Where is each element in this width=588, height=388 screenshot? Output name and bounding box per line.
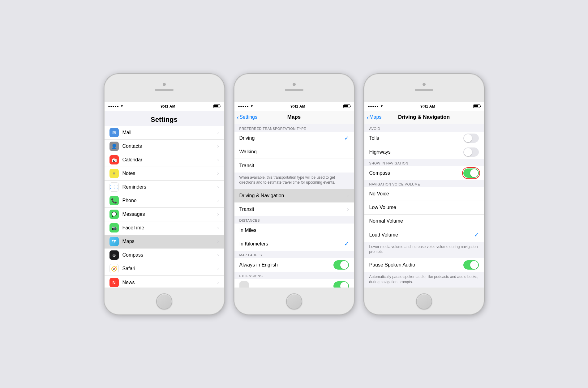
dnav-list[interactable]: AVOID Tolls Highways <box>364 124 484 288</box>
dnav-back-button[interactable]: ‹ Maps <box>367 114 382 120</box>
driving-check: ✓ <box>344 135 349 142</box>
status-left-1: ●●●●● ▾ <box>108 104 123 108</box>
status-bar-2: ●●●●● ▾ 9:41 AM <box>234 102 354 111</box>
pause-audio-thumb <box>470 261 478 269</box>
transport-walking[interactable]: Walking <box>234 145 354 159</box>
iphone-3-top <box>364 74 484 102</box>
distances-group: In Miles In Kilometers ✓ <box>234 224 354 251</box>
highways-label: Highways <box>369 149 463 155</box>
status-right-3 <box>473 104 480 108</box>
pause-audio-label: Pause Spoken Audio <box>369 262 463 268</box>
messages-icon-inner: 💬 <box>111 212 117 217</box>
calendar-icon-inner: 📅 <box>111 157 117 163</box>
safari-icon-inner: 🧭 <box>111 266 117 272</box>
highways-item[interactable]: Highways <box>364 145 484 159</box>
notes-icon-inner: ≡ <box>113 171 115 176</box>
wifi-icon-2: ▾ <box>251 104 253 108</box>
iphone-2: ●●●●● ▾ 9:41 AM ‹ Settings Maps <box>234 74 354 315</box>
mail-chevron: › <box>217 130 219 135</box>
driving-nav-label: Driving & Navigation <box>239 193 347 198</box>
km-item[interactable]: In Kilometers ✓ <box>234 237 354 251</box>
home-button-3[interactable] <box>416 293 432 309</box>
no-voice-item[interactable]: No Voice <box>364 187 484 201</box>
settings-item-messages[interactable]: 💬 Messages › <box>105 208 224 221</box>
pause-audio-toggle[interactable] <box>463 260 479 270</box>
contacts-chevron: › <box>217 143 219 149</box>
notes-chevron: › <box>217 171 219 176</box>
settings-item-reminders[interactable]: ⋮⋮⋮ Reminders › <box>105 181 224 194</box>
km-check: ✓ <box>344 241 349 247</box>
home-button-1[interactable] <box>156 293 172 309</box>
tolls-item[interactable]: Tolls <box>364 132 484 145</box>
transport-transit[interactable]: Transit <box>234 159 354 173</box>
settings-item-news[interactable]: N News › <box>105 276 224 288</box>
loud-volume-item[interactable]: Loud Volume ✓ <box>364 228 484 242</box>
always-english-toggle[interactable] <box>333 260 349 270</box>
facetime-icon-inner: 📷 <box>111 225 117 230</box>
screen-3: ●●●●● ▾ 9:41 AM ‹ Maps Driving & Navigat… <box>364 102 484 288</box>
settings-item-contacts[interactable]: 👤 Contacts › <box>105 140 224 153</box>
always-english-label: Always in English <box>239 262 333 268</box>
pause-audio-item[interactable]: Pause Spoken Audio <box>364 258 484 272</box>
contacts-icon-inner: 👤 <box>111 143 117 149</box>
extension-thumb <box>340 282 348 287</box>
status-right-2 <box>343 104 350 108</box>
settings-item-compass[interactable]: ⊕ Compass › <box>105 249 224 262</box>
highways-toggle[interactable] <box>463 147 479 157</box>
nav-transit-item[interactable]: Transit › <box>234 203 354 216</box>
extension-item[interactable] <box>234 279 354 287</box>
calendar-chevron: › <box>217 157 219 163</box>
compass-toggle[interactable] <box>463 168 479 178</box>
iphone-2-bottom <box>234 288 354 314</box>
front-camera-3 <box>423 83 426 86</box>
avoid-header: AVOID <box>364 124 484 132</box>
driving-label: Driving <box>239 135 344 141</box>
maps-list[interactable]: PREFERRED TRANSPORTATION TYPE Driving ✓ … <box>234 124 354 288</box>
km-label: In Kilometers <box>239 241 344 247</box>
settings-item-notes[interactable]: ≡ Notes › <box>105 167 224 181</box>
transit-nav-label: Transit <box>239 207 347 212</box>
settings-item-safari[interactable]: 🧭 Safari › <box>105 262 224 276</box>
home-button-2[interactable] <box>286 293 302 309</box>
transit-nav-chevron: › <box>347 207 349 212</box>
settings-list[interactable]: ✉ Mail › 👤 Contacts › <box>105 126 224 288</box>
time-2: 9:41 AM <box>290 104 305 109</box>
highways-thumb <box>464 148 472 156</box>
avoid-group: Tolls Highways <box>364 132 484 159</box>
extension-toggle[interactable] <box>333 281 349 287</box>
normal-volume-item[interactable]: Normal Volume <box>364 215 484 228</box>
tolls-toggle[interactable] <box>463 134 479 143</box>
dnav-nav-title: Driving & Navigation <box>398 114 450 120</box>
settings-item-calendar[interactable]: 📅 Calendar › <box>105 153 224 167</box>
settings-item-mail[interactable]: ✉ Mail › <box>105 126 224 140</box>
maps-back-button[interactable]: ‹ Settings <box>237 114 257 120</box>
settings-item-phone[interactable]: 📞 Phone › <box>105 194 224 208</box>
iphone-2-top <box>234 74 354 102</box>
loud-check: ✓ <box>474 232 479 238</box>
maps-nav-title: Maps <box>287 114 301 120</box>
compass-thumb <box>470 169 478 177</box>
map-labels-header: MAP LABELS <box>234 251 354 258</box>
miles-label: In Miles <box>239 228 349 233</box>
wifi-icon-1: ▾ <box>121 104 123 108</box>
news-icon-inner: N <box>112 280 115 285</box>
tolls-thumb <box>464 134 472 142</box>
nav-driving-item[interactable]: Driving & Navigation › <box>234 189 354 203</box>
phone-label: Phone <box>122 198 214 203</box>
compass-item[interactable]: Compass <box>364 166 484 180</box>
settings-item-maps[interactable]: 🗺 Maps › <box>105 235 224 249</box>
normal-volume-label: Normal Volume <box>369 218 479 224</box>
low-volume-item[interactable]: Low Volume <box>364 201 484 215</box>
miles-item[interactable]: In Miles <box>234 224 354 237</box>
transport-driving[interactable]: Driving ✓ <box>234 132 354 145</box>
transport-group: Driving ✓ Walking Transit <box>234 132 354 173</box>
maps-icon: 🗺 <box>109 237 119 246</box>
settings-item-facetime[interactable]: 📷 FaceTime › <box>105 221 224 235</box>
iphone-1-bottom <box>105 288 224 314</box>
maps-chevron: › <box>217 239 219 244</box>
messages-icon: 💬 <box>109 210 119 219</box>
always-english-item[interactable]: Always in English <box>234 258 354 272</box>
compass-icon-inner: ⊕ <box>112 253 116 258</box>
iphone-1-top <box>105 74 224 102</box>
time-3: 9:41 AM <box>420 104 435 109</box>
